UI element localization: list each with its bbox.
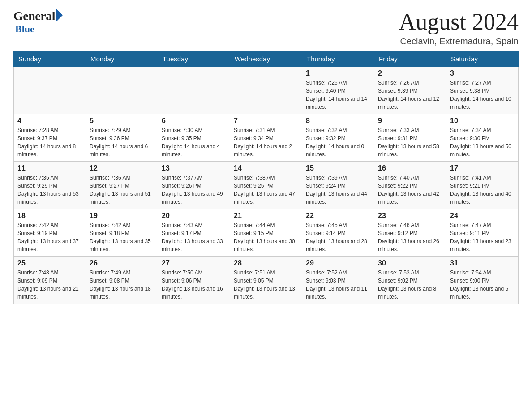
logo-triangle-icon — [56, 9, 63, 21]
calendar-cell — [14, 67, 86, 114]
calendar-cell: 11Sunrise: 7:35 AMSunset: 9:29 PMDayligh… — [14, 162, 86, 209]
day-info: Sunrise: 7:44 AMSunset: 9:15 PMDaylight:… — [234, 221, 298, 253]
calendar-cell: 29Sunrise: 7:52 AMSunset: 9:03 PMDayligh… — [302, 257, 374, 304]
day-info: Sunrise: 7:43 AMSunset: 9:17 PMDaylight:… — [162, 221, 226, 253]
day-info: Sunrise: 7:52 AMSunset: 9:03 PMDaylight:… — [306, 269, 370, 301]
calendar-cell: 23Sunrise: 7:46 AMSunset: 9:12 PMDayligh… — [374, 209, 446, 257]
logo-blue-text: Blue — [15, 23, 34, 35]
day-number: 7 — [234, 117, 298, 125]
day-number: 17 — [450, 164, 515, 172]
day-info: Sunrise: 7:26 AMSunset: 9:40 PMDaylight:… — [306, 79, 370, 111]
day-info: Sunrise: 7:34 AMSunset: 9:30 PMDaylight:… — [450, 126, 515, 158]
day-number: 10 — [450, 117, 515, 125]
calendar-cell: 13Sunrise: 7:37 AMSunset: 9:26 PMDayligh… — [158, 162, 230, 209]
day-number: 31 — [450, 259, 515, 267]
calendar-cell: 15Sunrise: 7:39 AMSunset: 9:24 PMDayligh… — [302, 162, 374, 209]
day-number: 26 — [90, 259, 154, 267]
day-info: Sunrise: 7:28 AMSunset: 9:37 PMDaylight:… — [17, 126, 82, 158]
calendar-week-5: 25Sunrise: 7:48 AMSunset: 9:09 PMDayligh… — [14, 257, 519, 304]
day-number: 1 — [306, 69, 370, 77]
day-number: 22 — [306, 212, 370, 220]
day-number: 18 — [17, 212, 82, 220]
day-number: 11 — [17, 164, 82, 172]
day-number: 30 — [378, 259, 442, 267]
calendar-cell: 31Sunrise: 7:54 AMSunset: 9:00 PMDayligh… — [446, 257, 519, 304]
calendar-cell: 7Sunrise: 7:31 AMSunset: 9:34 PMDaylight… — [230, 114, 302, 162]
day-info: Sunrise: 7:33 AMSunset: 9:31 PMDaylight:… — [378, 126, 442, 158]
day-info: Sunrise: 7:26 AMSunset: 9:39 PMDaylight:… — [378, 79, 442, 111]
calendar-week-3: 11Sunrise: 7:35 AMSunset: 9:29 PMDayligh… — [14, 162, 519, 209]
calendar-cell: 8Sunrise: 7:32 AMSunset: 9:32 PMDaylight… — [302, 114, 374, 162]
day-info: Sunrise: 7:40 AMSunset: 9:22 PMDaylight:… — [378, 174, 442, 206]
calendar-cell: 17Sunrise: 7:41 AMSunset: 9:21 PMDayligh… — [446, 162, 519, 209]
day-number: 27 — [162, 259, 226, 267]
day-number: 12 — [90, 164, 154, 172]
day-number: 24 — [450, 212, 515, 220]
calendar-cell: 3Sunrise: 7:27 AMSunset: 9:38 PMDaylight… — [446, 67, 519, 114]
day-info: Sunrise: 7:42 AMSunset: 9:19 PMDaylight:… — [17, 221, 82, 253]
calendar-week-4: 18Sunrise: 7:42 AMSunset: 9:19 PMDayligh… — [14, 209, 519, 257]
month-title: August 2024 — [399, 9, 519, 34]
day-number: 16 — [378, 164, 442, 172]
day-header-monday: Monday — [86, 51, 158, 67]
day-info: Sunrise: 7:45 AMSunset: 9:14 PMDaylight:… — [306, 221, 370, 253]
day-number: 6 — [162, 117, 226, 125]
calendar-table: SundayMondayTuesdayWednesdayThursdayFrid… — [13, 51, 519, 304]
calendar-cell: 6Sunrise: 7:30 AMSunset: 9:35 PMDaylight… — [158, 114, 230, 162]
day-info: Sunrise: 7:54 AMSunset: 9:00 PMDaylight:… — [450, 269, 515, 301]
day-number: 15 — [306, 164, 370, 172]
calendar-cell: 19Sunrise: 7:42 AMSunset: 9:18 PMDayligh… — [86, 209, 158, 257]
calendar-cell: 22Sunrise: 7:45 AMSunset: 9:14 PMDayligh… — [302, 209, 374, 257]
calendar-cell: 20Sunrise: 7:43 AMSunset: 9:17 PMDayligh… — [158, 209, 230, 257]
calendar-cell: 14Sunrise: 7:38 AMSunset: 9:25 PMDayligh… — [230, 162, 302, 209]
day-header-thursday: Thursday — [302, 51, 374, 67]
day-info: Sunrise: 7:35 AMSunset: 9:29 PMDaylight:… — [17, 174, 82, 206]
calendar-cell — [230, 67, 302, 114]
day-number: 29 — [306, 259, 370, 267]
day-number: 4 — [17, 117, 82, 125]
day-header-saturday: Saturday — [446, 51, 519, 67]
day-info: Sunrise: 7:51 AMSunset: 9:05 PMDaylight:… — [234, 269, 298, 301]
day-number: 21 — [234, 212, 298, 220]
day-header-wednesday: Wednesday — [230, 51, 302, 67]
day-number: 8 — [306, 117, 370, 125]
calendar-cell: 18Sunrise: 7:42 AMSunset: 9:19 PMDayligh… — [14, 209, 86, 257]
day-info: Sunrise: 7:39 AMSunset: 9:24 PMDaylight:… — [306, 174, 370, 206]
day-info: Sunrise: 7:27 AMSunset: 9:38 PMDaylight:… — [450, 79, 515, 111]
day-number: 25 — [17, 259, 82, 267]
calendar-cell: 4Sunrise: 7:28 AMSunset: 9:37 PMDaylight… — [14, 114, 86, 162]
calendar-cell: 21Sunrise: 7:44 AMSunset: 9:15 PMDayligh… — [230, 209, 302, 257]
day-number: 28 — [234, 259, 298, 267]
calendar-cell — [158, 67, 230, 114]
calendar-cell: 16Sunrise: 7:40 AMSunset: 9:22 PMDayligh… — [374, 162, 446, 209]
day-number: 20 — [162, 212, 226, 220]
logo: General Blue — [13, 9, 63, 35]
logo-general-text: General — [13, 9, 55, 23]
day-info: Sunrise: 7:46 AMSunset: 9:12 PMDaylight:… — [378, 221, 442, 253]
calendar-cell: 12Sunrise: 7:36 AMSunset: 9:27 PMDayligh… — [86, 162, 158, 209]
day-number: 19 — [90, 212, 154, 220]
day-info: Sunrise: 7:31 AMSunset: 9:34 PMDaylight:… — [234, 126, 298, 158]
day-number: 2 — [378, 69, 442, 77]
day-info: Sunrise: 7:49 AMSunset: 9:08 PMDaylight:… — [90, 269, 154, 301]
calendar-cell: 25Sunrise: 7:48 AMSunset: 9:09 PMDayligh… — [14, 257, 86, 304]
title-block: August 2024 Ceclavin, Extremadura, Spain — [399, 9, 519, 47]
calendar-week-1: 1Sunrise: 7:26 AMSunset: 9:40 PMDaylight… — [14, 67, 519, 114]
calendar-cell: 26Sunrise: 7:49 AMSunset: 9:08 PMDayligh… — [86, 257, 158, 304]
page-header: General Blue August 2024 Ceclavin, Extre… — [13, 9, 519, 47]
calendar-cell — [86, 67, 158, 114]
day-info: Sunrise: 7:41 AMSunset: 9:21 PMDaylight:… — [450, 174, 515, 206]
day-info: Sunrise: 7:50 AMSunset: 9:06 PMDaylight:… — [162, 269, 226, 301]
calendar-cell: 30Sunrise: 7:53 AMSunset: 9:02 PMDayligh… — [374, 257, 446, 304]
calendar-cell: 5Sunrise: 7:29 AMSunset: 9:36 PMDaylight… — [86, 114, 158, 162]
day-number: 14 — [234, 164, 298, 172]
day-info: Sunrise: 7:37 AMSunset: 9:26 PMDaylight:… — [162, 174, 226, 206]
calendar-body: 1Sunrise: 7:26 AMSunset: 9:40 PMDaylight… — [14, 67, 519, 304]
day-number: 9 — [378, 117, 442, 125]
day-number: 23 — [378, 212, 442, 220]
calendar-cell: 10Sunrise: 7:34 AMSunset: 9:30 PMDayligh… — [446, 114, 519, 162]
calendar-cell: 28Sunrise: 7:51 AMSunset: 9:05 PMDayligh… — [230, 257, 302, 304]
day-info: Sunrise: 7:30 AMSunset: 9:35 PMDaylight:… — [162, 126, 226, 158]
day-header-tuesday: Tuesday — [158, 51, 230, 67]
day-number: 5 — [90, 117, 154, 125]
